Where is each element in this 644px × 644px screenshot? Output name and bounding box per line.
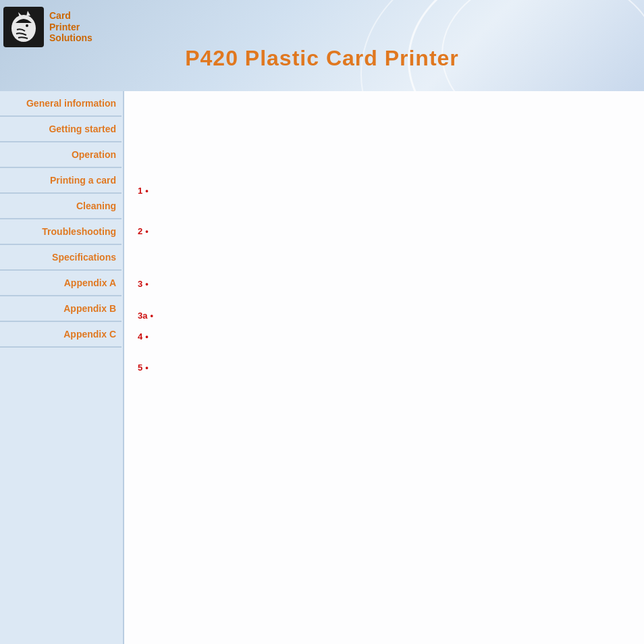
content-area: General information Getting started Oper…: [0, 91, 644, 644]
page-title: P420 Plastic Card Printer: [0, 46, 644, 71]
content-item-5: 5•: [138, 363, 149, 373]
content-number-5: 5: [138, 363, 142, 373]
content-item-1: 1•: [138, 186, 149, 196]
main-content: 1• 2• 3• 3a• 4• 5•: [123, 91, 644, 644]
bullet-2: •: [145, 226, 149, 236]
content-number-1: 1: [138, 186, 142, 196]
sidebar-item-printing-a-card[interactable]: Printing a card: [0, 168, 122, 194]
bullet-1: •: [145, 186, 149, 196]
zebra-logo: [3, 7, 44, 47]
bullet-3a: •: [150, 311, 153, 321]
sidebar-item-getting-started[interactable]: Getting started: [0, 117, 122, 142]
svg-point-2: [26, 24, 28, 27]
content-item-4: 4•: [138, 331, 149, 342]
content-number-3: 3: [138, 279, 142, 289]
bullet-5: •: [145, 363, 149, 373]
sidebar: General information Getting started Oper…: [0, 91, 122, 644]
sidebar-item-troubleshooting[interactable]: Troubleshooting: [0, 219, 122, 245]
content-item-3: 3•: [138, 279, 149, 289]
logo-text: Card Printer Solutions: [49, 10, 92, 44]
logo-line-2: Printer: [49, 22, 92, 33]
content-number-2: 2: [138, 226, 142, 236]
bullet-4: •: [145, 331, 149, 342]
content-number-3a: 3a: [138, 311, 147, 321]
bullet-3: •: [145, 279, 149, 289]
logo-line-3: Solutions: [49, 32, 92, 44]
sidebar-item-general-information[interactable]: General information: [0, 91, 122, 117]
sidebar-item-appendix-b[interactable]: Appendix B: [0, 296, 122, 322]
sidebar-item-appendix-c[interactable]: Appendix C: [0, 322, 122, 348]
sidebar-item-specifications[interactable]: Specifications: [0, 245, 122, 271]
content-number-4: 4: [138, 331, 142, 342]
content-item-3a: 3a•: [138, 311, 153, 321]
zebra-logo-svg: [6, 9, 41, 45]
header: Card Printer Solutions P420 Plastic Card…: [0, 0, 644, 91]
sidebar-item-appendix-a[interactable]: Appendix A: [0, 271, 122, 296]
sidebar-item-operation[interactable]: Operation: [0, 142, 122, 168]
logo-line-1: Card: [49, 10, 92, 22]
content-item-2: 2•: [138, 226, 149, 236]
sidebar-item-cleaning[interactable]: Cleaning: [0, 194, 122, 219]
logo-area: Card Printer Solutions: [3, 7, 92, 47]
